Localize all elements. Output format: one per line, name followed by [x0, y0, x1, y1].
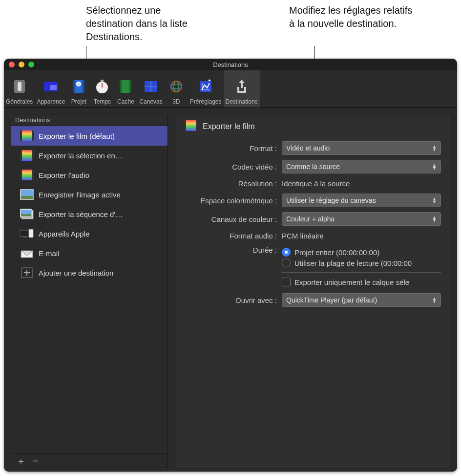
- canvas-icon: [141, 77, 161, 96]
- select-openwith[interactable]: QuickTime Player (par défaut)▲▼: [282, 293, 441, 307]
- tab-appearance[interactable]: Apparence: [35, 70, 67, 108]
- plus-box-icon: [20, 267, 34, 279]
- sidebar-item-add-destination[interactable]: Ajouter une destination: [11, 263, 168, 282]
- svg-point-20: [174, 81, 179, 92]
- filmstrip-color-icon: [20, 130, 34, 142]
- appearance-icon: [41, 77, 61, 96]
- radio-duration-full[interactable]: Projet entier (00:00:00:00): [282, 248, 441, 257]
- tab-3d[interactable]: 3D: [165, 70, 188, 108]
- image-stack-icon: [20, 208, 34, 220]
- svg-rect-37: [29, 229, 33, 238]
- preferences-window: Destinations Générales Apparence ③ Proje…: [4, 59, 457, 472]
- select-format[interactable]: Vidéo et audio▲▼: [282, 141, 441, 155]
- label-duration: Durée :: [184, 246, 282, 254]
- svg-rect-34: [21, 214, 31, 216]
- svg-rect-30: [21, 196, 33, 199]
- checkbox-export-layer-only[interactable]: Exporter uniquement le calque séle: [282, 278, 441, 286]
- filmstrip-icon: ③: [69, 77, 88, 96]
- label-codec: Codec vidéo :: [184, 163, 282, 171]
- tab-destinations[interactable]: Destinations: [224, 70, 260, 108]
- callout-left: Sélectionnez une destination dans la lis…: [86, 4, 198, 43]
- remove-button[interactable]: −: [33, 456, 39, 466]
- label-colorspace: Espace colorimétrique :: [184, 196, 282, 205]
- chevron-up-down-icon: ▲▼: [432, 164, 437, 170]
- sidebar-item-label: Ajouter une destination: [39, 269, 113, 277]
- select-colorspace[interactable]: Utiliser le réglage du canevas▲▼: [282, 194, 441, 207]
- sidebar-heading: Destinations: [11, 114, 168, 126]
- chevron-up-down-icon: ▲▼: [432, 145, 437, 151]
- checkbox-label: Exporter uniquement le calque séle: [294, 278, 409, 286]
- svg-rect-13: [120, 80, 122, 93]
- sidebar-item-label: E-mail: [39, 249, 60, 258]
- sidebar-item-label: Exporter l'audio: [39, 171, 89, 179]
- 3d-icon: [167, 77, 186, 96]
- radio-icon: [282, 259, 291, 267]
- svg-rect-33: [21, 210, 31, 214]
- label-channels: Canaux de couleur :: [184, 215, 282, 223]
- window-title: Destinations: [213, 61, 248, 68]
- callout-left-text: Sélectionnez une destination dans la lis…: [86, 5, 188, 42]
- radio-duration-range[interactable]: Utiliser la plage de lecture (00:00:00: [282, 259, 441, 267]
- presets-icon: [196, 77, 215, 96]
- image-landscape-icon: [20, 189, 34, 200]
- svg-rect-5: [73, 80, 75, 93]
- window-titlebar: Destinations: [4, 59, 457, 70]
- zoom-button[interactable]: [28, 62, 34, 67]
- destinations-sidebar: Destinations Exporter le film (défaut) E…: [11, 114, 168, 468]
- sidebar-item-label: Exporter la sélection en…: [39, 151, 123, 160]
- cache-icon: [116, 77, 135, 96]
- sidebar-item-save-frame[interactable]: Enregistrer l'image active: [11, 185, 168, 204]
- tab-presets[interactable]: Préréglages: [188, 70, 224, 108]
- svg-point-18: [171, 81, 182, 92]
- radio-label: Projet entier (00:00:00:00): [294, 248, 379, 257]
- callout-right-text: Modifiez les réglages relatifs à la nouv…: [289, 5, 412, 29]
- chevron-up-down-icon: ▲▼: [432, 197, 437, 203]
- share-icon: [232, 77, 251, 96]
- sidebar-item-label: Appareils Apple: [39, 230, 89, 238]
- select-codec[interactable]: Comme la source▲▼: [282, 160, 441, 173]
- svg-rect-14: [129, 80, 131, 93]
- tab-time[interactable]: Temps: [90, 70, 114, 108]
- svg-rect-44: [186, 120, 196, 131]
- sidebar-footer: ＋ −: [11, 454, 168, 468]
- sidebar-item-apple-devices[interactable]: Appareils Apple: [11, 224, 168, 243]
- switch-icon: [10, 77, 29, 96]
- minimize-button[interactable]: [19, 62, 24, 67]
- tab-canvas[interactable]: Canevas: [137, 70, 164, 108]
- tab-general[interactable]: Générales: [4, 70, 35, 108]
- sidebar-item-label: Exporter le film (défaut): [39, 132, 115, 140]
- label-format: Format :: [184, 144, 282, 152]
- tab-label: 3D: [172, 98, 180, 105]
- sidebar-item-email[interactable]: E-mail: [11, 243, 168, 263]
- radio-icon: [282, 248, 291, 257]
- destination-detail: Exporter le film Format : Vidéo et audio…: [175, 114, 450, 468]
- tab-project[interactable]: ③ Projet: [67, 70, 90, 108]
- sidebar-item-export-sequence[interactable]: Exporter la séquence d'…: [11, 204, 168, 224]
- tab-label: Apparence: [37, 98, 65, 105]
- svg-rect-25: [22, 150, 32, 161]
- radio-label: Utiliser la plage de lecture (00:00:00: [294, 259, 412, 267]
- svg-point-19: [171, 84, 182, 89]
- tab-label: Cache: [117, 98, 134, 105]
- close-button[interactable]: [9, 62, 15, 67]
- add-button[interactable]: ＋: [16, 456, 26, 466]
- stopwatch-icon: [92, 77, 112, 96]
- svg-rect-1: [18, 82, 21, 91]
- select-channels[interactable]: Couleur + alpha▲▼: [282, 212, 441, 226]
- value-audiofmt: PCM linéaire: [282, 231, 441, 241]
- svg-rect-23: [22, 130, 32, 141]
- tab-cache[interactable]: Cache: [114, 70, 137, 108]
- divider: [282, 272, 441, 273]
- svg-rect-10: [101, 80, 104, 82]
- svg-rect-3: [50, 85, 57, 90]
- sidebar-item-export-selection[interactable]: Exporter la sélection en…: [11, 146, 168, 165]
- svg-rect-29: [21, 190, 33, 196]
- sidebar-item-export-audio[interactable]: Exporter l'audio: [11, 165, 168, 185]
- preferences-toolbar: Générales Apparence ③ Projet Temps Cache…: [4, 70, 457, 108]
- devices-icon: [20, 228, 34, 239]
- filmstrip-color-icon: [20, 169, 34, 181]
- filmstrip-color-icon: [184, 120, 198, 132]
- sidebar-item-export-movie[interactable]: Exporter le film (défaut): [11, 126, 168, 146]
- filmstrip-color-icon: [20, 150, 34, 161]
- destinations-list: Exporter le film (défaut) Exporter la sé…: [11, 126, 168, 454]
